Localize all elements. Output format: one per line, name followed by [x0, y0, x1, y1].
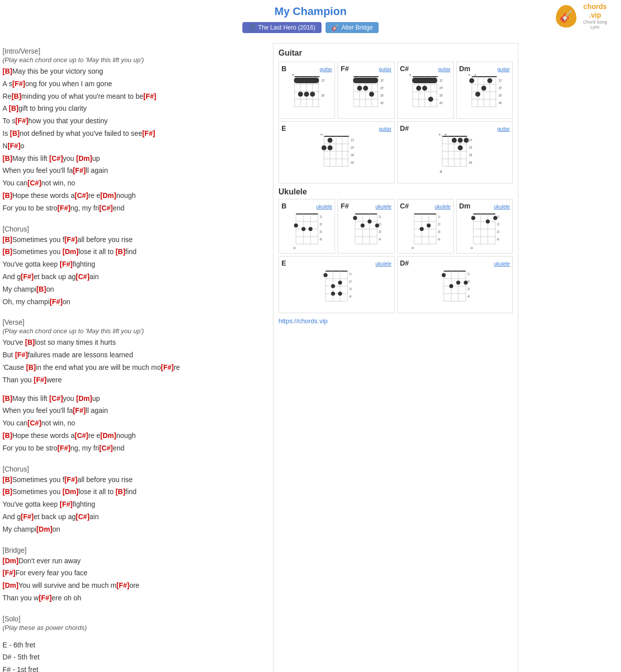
chord-marker: [Dm] — [63, 488, 79, 496]
svg-point-13 — [304, 92, 309, 97]
lyric-text: Than you w — [3, 594, 39, 602]
lyric-text: ng, my fri — [70, 444, 99, 452]
lyric-line: 'Cause [B]in the end what you are will b… — [3, 362, 263, 374]
svg-point-123 — [301, 227, 305, 231]
svg-rect-46 — [412, 78, 437, 83]
lyric-line: [B]Sometimes you f[F#]all before you ris… — [3, 474, 263, 486]
svg-text:4fr: 4fr — [438, 238, 440, 241]
logo-guitar-icon: 🎸 — [556, 5, 576, 28]
chord-marker: [B] — [116, 248, 125, 256]
lyric-text: But — [3, 351, 15, 359]
lyric-line: [B]Sometimes you [Dm]lose it all to [B]f… — [3, 486, 263, 498]
lyric-gap — [3, 387, 263, 393]
svg-text:4: 4 — [440, 169, 442, 174]
lyric-line: [Dm]You will survive and be much m[F#]or… — [3, 580, 263, 592]
section-label: [Solo] — [3, 615, 263, 623]
svg-text:1fr: 1fr — [467, 272, 470, 276]
lyric-text: You can — [3, 419, 28, 427]
plain-line: F# - 1st fret — [3, 664, 263, 672]
svg-point-66 — [469, 78, 474, 83]
chord-marker: [F#] — [58, 204, 71, 212]
chord-fret-B-guitar: x 1fr 3fr — [289, 74, 325, 114]
svg-text:x: x — [292, 74, 294, 77]
chord-diagram-Csharp-guitar: C# guitar x — [397, 62, 454, 119]
svg-text:2fr: 2fr — [498, 86, 502, 90]
chord-marker: [C#] — [49, 394, 63, 402]
lyric-gap — [3, 308, 263, 314]
page-header: My Champion 🎵 The Last Hero (2016) 🎸 Alt… — [0, 0, 621, 41]
svg-point-49 — [428, 97, 433, 102]
lyric-text: Is — [3, 129, 10, 137]
lyric-text: To s — [3, 117, 16, 125]
svg-text:3fr: 3fr — [498, 93, 502, 98]
album-tag-button[interactable]: 🎵 The Last Hero (2016) — [242, 22, 322, 33]
chord-diagram-B-ukulele: B ukulele 1fr 2fr — [278, 199, 335, 254]
chord-marker: [C#] — [28, 179, 41, 187]
tag-buttons: 🎵 The Last Hero (2016) 🎸 Alter Bridge — [0, 22, 621, 33]
svg-text:2fr: 2fr — [349, 280, 352, 283]
page-title: My Champion — [0, 5, 621, 18]
svg-text:4fr: 4fr — [349, 295, 352, 298]
site-url[interactable]: https://chords.vip — [278, 317, 513, 325]
lyric-line: [B]May this lift [C#]you [Dm]up — [3, 153, 263, 165]
svg-text:4fr: 4fr — [439, 101, 443, 105]
svg-point-122 — [294, 223, 298, 228]
svg-text:x: x — [474, 74, 476, 77]
lyric-text: You've — [3, 338, 25, 346]
lyric-line: [Dm]Don't ever run away — [3, 555, 263, 567]
ukulele-section-title: Ukulele — [278, 187, 513, 196]
chord-marker: [B] — [3, 431, 12, 439]
chord-fret-Fsharp-guitar: 1fr 2fr 3fr 4fr — [349, 74, 384, 114]
lyric-text: up — [92, 394, 100, 402]
chord-fret-Dsharp-ukulele: 1fr 2fr 3fr 4fr — [440, 269, 470, 309]
chord-marker: [F#] — [161, 363, 174, 371]
lyric-text: And g — [3, 513, 21, 521]
ukulele-chords-row2: E ukulele — [278, 256, 513, 313]
section-label: [Bridge] — [3, 546, 263, 554]
svg-text:4fr: 4fr — [380, 101, 384, 105]
chord-marker: [F#] — [16, 117, 29, 125]
lyric-line: [B]Hope these words a[C#]re e[Dm]nough — [3, 430, 263, 442]
lyric-text: find — [125, 488, 137, 496]
svg-point-191 — [338, 281, 342, 285]
svg-point-209 — [456, 281, 460, 285]
svg-point-157 — [427, 223, 431, 228]
chord-marker: [C#] — [49, 154, 63, 162]
svg-text:2fr: 2fr — [438, 222, 440, 226]
svg-text:1fr: 1fr — [321, 78, 325, 83]
lyric-text: ll again — [86, 166, 108, 174]
svg-text:o: o — [471, 246, 473, 249]
chord-marker: [C#] — [28, 419, 41, 427]
lyric-text: Sometimes you f — [12, 476, 64, 484]
artist-tag-button[interactable]: 🎸 Alter Bridge — [326, 22, 379, 33]
lyric-text: When you feel you'll fa — [3, 406, 73, 414]
chord-marker: [Dm] — [100, 191, 116, 199]
chord-marker: [Dm] — [76, 154, 92, 162]
chord-marker: [F#] — [21, 273, 34, 281]
lyric-line: And g[F#]et back up ag[C#]ain — [3, 511, 263, 523]
svg-text:o: o — [293, 246, 295, 249]
chord-marker: [B] — [116, 488, 125, 496]
svg-text:3fr: 3fr — [320, 230, 322, 234]
lyric-line: My champi[B]on — [3, 284, 263, 296]
svg-text:4fr: 4fr — [379, 238, 381, 241]
lyric-line: N[F#]o — [3, 140, 263, 152]
lyric-text: re e — [88, 431, 100, 439]
lyric-text: in the end what you are will be much mo — [36, 363, 161, 371]
lyric-text: gift to bring you clarity — [19, 104, 87, 112]
lyric-text: up — [92, 154, 100, 162]
lyric-line: You can[C#]not win, no — [3, 417, 263, 429]
chord-diagram-Csharp-ukulele: C# ukulele 1fr 2fr 3f — [397, 199, 454, 254]
svg-point-48 — [422, 86, 427, 91]
svg-text:3fr: 3fr — [438, 230, 440, 234]
lyric-text: were — [47, 376, 62, 384]
chord-marker: [C#] — [99, 444, 113, 452]
chord-marker: [B] — [3, 476, 12, 484]
chord-marker: [B] — [3, 191, 12, 199]
chord-fret-Csharp-guitar: x 1fr 2fr 3fr 4fr — [408, 74, 443, 114]
lyric-text: not defined by what you've failed to see — [20, 129, 142, 137]
guitar-chords-row2: E guitar o — [278, 121, 513, 183]
svg-text:2fr: 2fr — [320, 222, 322, 226]
chord-marker: [F#] — [39, 594, 52, 602]
chord-fret-Dsharp-guitar: x x 1fr 2fr 3fr 4fr 4 — [437, 134, 472, 179]
